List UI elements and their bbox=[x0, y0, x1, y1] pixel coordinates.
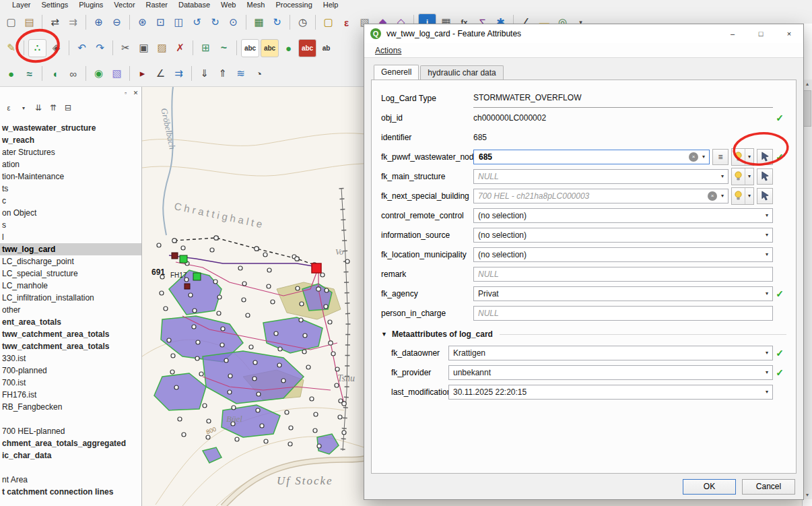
layer-item[interactable]: ts bbox=[0, 183, 141, 195]
pan-map-icon[interactable]: ⇄ bbox=[46, 14, 63, 31]
menu-actions[interactable]: Actions bbox=[375, 46, 401, 55]
next-special-building-combo[interactable]: 700 HEL - ch21ha8pLC000003 × ▾ bbox=[473, 189, 729, 203]
layer-item[interactable]: ic_char_data bbox=[0, 449, 141, 462]
project-open-icon[interactable]: ▤ bbox=[21, 14, 38, 31]
dropdown-icon[interactable]: ▾ bbox=[762, 287, 772, 301]
menu-processing[interactable]: Processing bbox=[270, 0, 317, 9]
layer-item[interactable]: tww_log_card bbox=[0, 243, 141, 255]
delete-selected-icon[interactable]: ✗ bbox=[172, 40, 189, 57]
temporal-controller-icon[interactable]: ◷ bbox=[294, 14, 311, 31]
layer-item[interactable]: ation bbox=[0, 158, 141, 170]
scroll-down-icon[interactable]: ▾ bbox=[803, 491, 812, 499]
scrollbar-thumb[interactable] bbox=[803, 90, 811, 127]
dropdown-icon[interactable]: ▾ bbox=[762, 385, 772, 399]
scroll-up-icon[interactable]: ▴ bbox=[803, 80, 812, 88]
node-dropdown-icon[interactable]: ▾ bbox=[698, 150, 709, 164]
filter-legend-icon[interactable]: ε bbox=[2, 101, 15, 115]
tww-structure-icon[interactable]: ◖ bbox=[46, 65, 63, 82]
add-point-feature-icon[interactable]: ∴ bbox=[28, 39, 46, 57]
maximize-button[interactable]: □ bbox=[747, 24, 775, 43]
highlight-feature-button[interactable]: ▾ bbox=[731, 148, 754, 166]
menu-help[interactable]: Help bbox=[318, 0, 344, 9]
tww-catchment-icon[interactable]: ▧ bbox=[108, 65, 125, 82]
pan-to-selection-icon[interactable]: ⇉ bbox=[65, 14, 81, 31]
layer-item[interactable]: w_reach bbox=[0, 134, 141, 146]
provider-combo[interactable]: unbekannt ▾ bbox=[448, 365, 773, 380]
highlight-next-building-button[interactable]: ▾ bbox=[731, 187, 754, 205]
panel-float-icon[interactable]: ▫ bbox=[121, 88, 130, 97]
reshape-features-icon[interactable]: ~ bbox=[215, 40, 232, 57]
tww-flag-icon[interactable]: ▸ bbox=[134, 65, 151, 82]
layer-item[interactable]: s bbox=[0, 219, 141, 231]
menu-layer[interactable]: Layer bbox=[7, 0, 36, 9]
layer-item[interactable]: 700.ist bbox=[0, 377, 141, 389]
layer-item[interactable]: 700 HEL-planned bbox=[0, 425, 141, 437]
layer-item[interactable]: w_wastewater_structure bbox=[0, 122, 141, 134]
layer-item[interactable]: FH176.ist bbox=[0, 389, 141, 401]
cancel-button[interactable]: Cancel bbox=[742, 479, 795, 495]
tww-import-icon[interactable]: ⇓ bbox=[196, 65, 213, 82]
current-edits-icon[interactable]: ✎ bbox=[3, 40, 20, 57]
dropdown-icon[interactable]: ▾ bbox=[762, 228, 772, 242]
layer-item[interactable]: LC_discharge_point bbox=[0, 255, 141, 267]
dataowner-combo[interactable]: Krattigen ▾ bbox=[448, 346, 773, 360]
tww-reach-icon[interactable]: ≈ bbox=[21, 65, 38, 82]
zoom-native-icon[interactable]: ⊙ bbox=[225, 14, 242, 31]
layer-item[interactable]: t catchment connection lines bbox=[0, 486, 141, 498]
collapse-triangle-icon[interactable]: ▼ bbox=[381, 331, 387, 338]
highlight-dropdown-icon[interactable]: ▾ bbox=[745, 188, 753, 204]
tww-export-icon[interactable]: ⇑ bbox=[214, 65, 231, 82]
dropdown-icon[interactable]: ▾ bbox=[762, 366, 772, 379]
tww-profile-icon[interactable]: ∠ bbox=[152, 65, 169, 82]
menu-database[interactable]: Database bbox=[173, 0, 215, 9]
last-modification-datetime[interactable]: 30.11.2025 22:20:15 ▾ bbox=[448, 385, 773, 400]
remark-input[interactable] bbox=[473, 267, 773, 282]
menu-raster[interactable]: Raster bbox=[141, 0, 173, 9]
tww-circle-icon[interactable]: ◔ bbox=[250, 65, 267, 82]
layer-item[interactable]: RB_Fangbecken bbox=[0, 401, 141, 413]
zoom-to-selection-icon[interactable]: ⊡ bbox=[152, 14, 169, 31]
tww-wave-icon[interactable]: ≋ bbox=[232, 65, 249, 82]
menu-web[interactable]: Web bbox=[215, 0, 241, 9]
highlight-dropdown-icon[interactable]: ▾ bbox=[745, 149, 753, 165]
information-source-combo[interactable]: (no selection) ▾ bbox=[473, 228, 773, 243]
expand-all-icon[interactable]: ⇊ bbox=[32, 101, 45, 115]
tww-node-icon[interactable]: ● bbox=[3, 65, 20, 82]
layer-item[interactable]: other bbox=[0, 304, 141, 316]
ok-button[interactable]: OK bbox=[683, 479, 736, 495]
layer-item[interactable]: 330.ist bbox=[0, 352, 141, 365]
close-button[interactable]: × bbox=[775, 24, 803, 43]
zoom-full-icon[interactable]: ⊛ bbox=[134, 14, 151, 31]
zoom-last-icon[interactable]: ↺ bbox=[189, 14, 205, 31]
open-related-form-button[interactable]: ≡ bbox=[712, 149, 729, 165]
select-main-structure-on-map-button[interactable] bbox=[757, 168, 773, 185]
menu-vector[interactable]: Vector bbox=[108, 0, 140, 9]
agency-combo[interactable]: Privat ▾ bbox=[473, 286, 773, 301]
tww-trace-icon[interactable]: ⇉ bbox=[170, 65, 187, 82]
menu-plugins[interactable]: Plugins bbox=[73, 0, 108, 9]
collapse-all-icon[interactable]: ⇈ bbox=[46, 101, 60, 115]
zoom-next-icon[interactable]: ↻ bbox=[207, 14, 224, 31]
tww-connect-icon[interactable]: ∞ bbox=[65, 65, 81, 82]
layer-item[interactable]: nt Area bbox=[0, 474, 141, 486]
remove-item-icon[interactable]: ⊟ bbox=[61, 101, 75, 115]
label-color-icon[interactable]: abc bbox=[298, 39, 316, 57]
menu-mesh[interactable]: Mesh bbox=[241, 0, 270, 9]
highlight-main-structure-button[interactable]: ▾ bbox=[731, 168, 754, 185]
refresh-map-icon[interactable]: ↻ bbox=[269, 14, 285, 31]
layer-item[interactable]: tion-Maintenance bbox=[0, 170, 141, 183]
cut-features-icon[interactable]: ✂ bbox=[117, 40, 134, 57]
layer-item[interactable]: LC_manhole bbox=[0, 280, 141, 292]
project-new-icon[interactable]: ▢ bbox=[3, 14, 20, 31]
minimize-button[interactable]: – bbox=[718, 24, 747, 43]
dropdown-icon[interactable]: ▾ bbox=[762, 209, 772, 222]
scrollbar-track[interactable]: ▴ ▾ bbox=[803, 80, 812, 499]
label-highlight-icon[interactable]: abc bbox=[261, 39, 279, 57]
zoom-out-icon[interactable]: ⊖ bbox=[108, 14, 125, 31]
paste-features-icon[interactable]: ▨ bbox=[154, 40, 170, 57]
layer-item[interactable]: LC_special_structure bbox=[0, 267, 141, 280]
layer-item[interactable]: LC_infiltration_installation bbox=[0, 292, 141, 304]
main-structure-combo[interactable]: NULL ▾ bbox=[473, 169, 729, 184]
label-move-icon[interactable]: ab bbox=[318, 40, 335, 57]
layer-item[interactable]: tww_catchment_area_totals bbox=[0, 340, 141, 352]
